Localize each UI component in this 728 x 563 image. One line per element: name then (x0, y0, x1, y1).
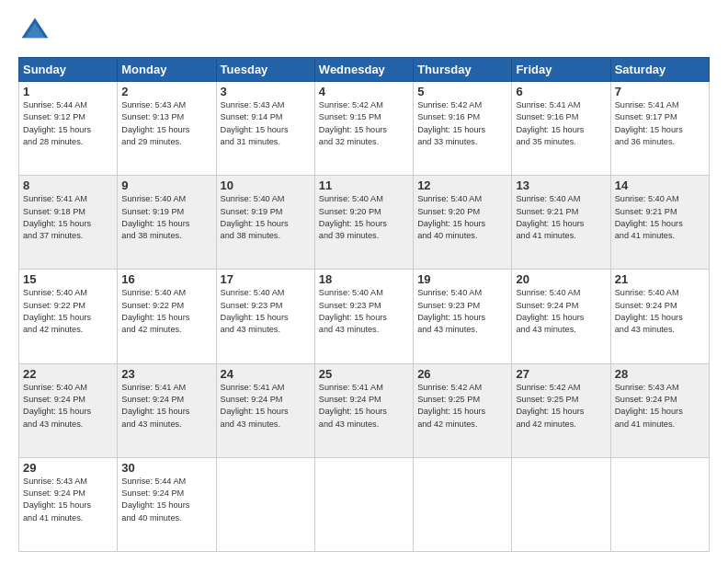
day-info: Sunrise: 5:41 AM Sunset: 9:24 PM Dayligh… (121, 382, 211, 431)
calendar-week-3: 15Sunrise: 5:40 AM Sunset: 9:22 PM Dayli… (19, 270, 710, 363)
day-number: 2 (121, 85, 211, 98)
calendar-cell: 16Sunrise: 5:40 AM Sunset: 9:22 PM Dayli… (118, 270, 216, 363)
calendar-cell: 13Sunrise: 5:40 AM Sunset: 9:21 PM Dayli… (512, 176, 610, 270)
calendar-cell (216, 457, 314, 551)
day-info: Sunrise: 5:40 AM Sunset: 9:19 PM Dayligh… (121, 193, 211, 242)
day-info: Sunrise: 5:40 AM Sunset: 9:21 PM Dayligh… (516, 193, 606, 242)
calendar-cell: 27Sunrise: 5:42 AM Sunset: 9:25 PM Dayli… (512, 363, 610, 457)
day-info: Sunrise: 5:41 AM Sunset: 9:17 PM Dayligh… (615, 99, 705, 148)
day-number: 13 (516, 178, 606, 192)
dow-header-monday: Monday (118, 58, 216, 82)
day-info: Sunrise: 5:42 AM Sunset: 9:25 PM Dayligh… (516, 382, 606, 431)
day-info: Sunrise: 5:44 AM Sunset: 9:12 PM Dayligh… (23, 99, 113, 148)
day-number: 4 (319, 85, 409, 98)
day-info: Sunrise: 5:41 AM Sunset: 9:18 PM Dayligh… (23, 193, 113, 242)
day-info: Sunrise: 5:40 AM Sunset: 9:22 PM Dayligh… (121, 287, 211, 336)
calendar-cell: 23Sunrise: 5:41 AM Sunset: 9:24 PM Dayli… (118, 363, 216, 457)
day-info: Sunrise: 5:41 AM Sunset: 9:16 PM Dayligh… (516, 99, 606, 148)
day-number: 23 (121, 367, 211, 381)
calendar-cell (610, 457, 709, 551)
day-info: Sunrise: 5:41 AM Sunset: 9:24 PM Dayligh… (319, 382, 409, 431)
day-info: Sunrise: 5:41 AM Sunset: 9:24 PM Dayligh… (221, 382, 311, 431)
day-number: 9 (121, 178, 211, 192)
calendar-cell (314, 457, 413, 551)
day-info: Sunrise: 5:40 AM Sunset: 9:20 PM Dayligh… (417, 193, 507, 242)
day-number: 22 (23, 367, 113, 381)
calendar-cell: 26Sunrise: 5:42 AM Sunset: 9:25 PM Dayli… (414, 363, 512, 457)
calendar-cell: 10Sunrise: 5:40 AM Sunset: 9:19 PM Dayli… (216, 176, 314, 270)
day-number: 5 (417, 85, 507, 98)
calendar-cell: 6Sunrise: 5:41 AM Sunset: 9:16 PM Daylig… (512, 82, 610, 176)
calendar-cell: 12Sunrise: 5:40 AM Sunset: 9:20 PM Dayli… (414, 176, 512, 270)
day-number: 7 (615, 85, 705, 98)
calendar-cell: 5Sunrise: 5:42 AM Sunset: 9:16 PM Daylig… (414, 82, 512, 176)
day-info: Sunrise: 5:42 AM Sunset: 9:15 PM Dayligh… (319, 99, 409, 148)
day-info: Sunrise: 5:43 AM Sunset: 9:13 PM Dayligh… (121, 99, 211, 148)
day-number: 17 (221, 272, 311, 286)
day-number: 12 (417, 178, 507, 192)
dow-header-wednesday: Wednesday (314, 58, 413, 82)
calendar-cell: 8Sunrise: 5:41 AM Sunset: 9:18 PM Daylig… (19, 176, 118, 270)
day-number: 28 (615, 367, 705, 381)
calendar-cell: 14Sunrise: 5:40 AM Sunset: 9:21 PM Dayli… (610, 176, 709, 270)
day-info: Sunrise: 5:40 AM Sunset: 9:24 PM Dayligh… (23, 382, 113, 431)
calendar-cell: 11Sunrise: 5:40 AM Sunset: 9:20 PM Dayli… (314, 176, 413, 270)
day-number: 19 (417, 272, 507, 286)
calendar-week-2: 8Sunrise: 5:41 AM Sunset: 9:18 PM Daylig… (19, 176, 710, 270)
day-number: 15 (23, 272, 113, 286)
day-number: 11 (319, 178, 409, 192)
day-info: Sunrise: 5:40 AM Sunset: 9:20 PM Dayligh… (319, 193, 409, 242)
calendar-table: SundayMondayTuesdayWednesdayThursdayFrid… (18, 57, 710, 552)
day-number: 10 (221, 178, 311, 192)
day-number: 26 (417, 367, 507, 381)
page: SundayMondayTuesdayWednesdayThursdayFrid… (0, 0, 728, 563)
calendar-cell: 22Sunrise: 5:40 AM Sunset: 9:24 PM Dayli… (19, 363, 118, 457)
day-info: Sunrise: 5:40 AM Sunset: 9:24 PM Dayligh… (516, 287, 606, 336)
day-number: 24 (221, 367, 311, 381)
calendar-week-4: 22Sunrise: 5:40 AM Sunset: 9:24 PM Dayli… (19, 363, 710, 457)
calendar-cell: 1Sunrise: 5:44 AM Sunset: 9:12 PM Daylig… (19, 82, 118, 176)
day-info: Sunrise: 5:40 AM Sunset: 9:23 PM Dayligh… (319, 287, 409, 336)
calendar-cell: 18Sunrise: 5:40 AM Sunset: 9:23 PM Dayli… (314, 270, 413, 363)
day-info: Sunrise: 5:43 AM Sunset: 9:24 PM Dayligh… (615, 382, 705, 431)
day-number: 30 (121, 461, 211, 475)
day-number: 1 (23, 85, 113, 98)
dow-header-friday: Friday (512, 58, 610, 82)
day-number: 16 (121, 272, 211, 286)
dow-header-tuesday: Tuesday (216, 58, 314, 82)
calendar-cell (512, 457, 610, 551)
calendar-week-1: 1Sunrise: 5:44 AM Sunset: 9:12 PM Daylig… (19, 82, 710, 176)
calendar-cell: 15Sunrise: 5:40 AM Sunset: 9:22 PM Dayli… (19, 270, 118, 363)
day-info: Sunrise: 5:44 AM Sunset: 9:24 PM Dayligh… (121, 476, 211, 524)
calendar-cell: 3Sunrise: 5:43 AM Sunset: 9:14 PM Daylig… (216, 82, 314, 176)
day-info: Sunrise: 5:40 AM Sunset: 9:22 PM Dayligh… (23, 287, 113, 336)
calendar-cell: 7Sunrise: 5:41 AM Sunset: 9:17 PM Daylig… (610, 82, 709, 176)
day-info: Sunrise: 5:40 AM Sunset: 9:21 PM Dayligh… (615, 193, 705, 242)
day-info: Sunrise: 5:43 AM Sunset: 9:14 PM Dayligh… (221, 99, 311, 148)
day-info: Sunrise: 5:43 AM Sunset: 9:24 PM Dayligh… (23, 476, 113, 524)
day-info: Sunrise: 5:40 AM Sunset: 9:23 PM Dayligh… (417, 287, 507, 336)
calendar-cell: 2Sunrise: 5:43 AM Sunset: 9:13 PM Daylig… (118, 82, 216, 176)
calendar-cell (414, 457, 512, 551)
day-info: Sunrise: 5:40 AM Sunset: 9:23 PM Dayligh… (221, 287, 311, 336)
calendar-cell: 29Sunrise: 5:43 AM Sunset: 9:24 PM Dayli… (19, 457, 118, 551)
day-info: Sunrise: 5:40 AM Sunset: 9:24 PM Dayligh… (615, 287, 705, 336)
calendar-cell: 28Sunrise: 5:43 AM Sunset: 9:24 PM Dayli… (610, 363, 709, 457)
calendar-week-5: 29Sunrise: 5:43 AM Sunset: 9:24 PM Dayli… (19, 457, 710, 551)
dow-header-sunday: Sunday (19, 58, 118, 82)
calendar-cell: 4Sunrise: 5:42 AM Sunset: 9:15 PM Daylig… (314, 82, 413, 176)
calendar-cell: 9Sunrise: 5:40 AM Sunset: 9:19 PM Daylig… (118, 176, 216, 270)
calendar-cell: 21Sunrise: 5:40 AM Sunset: 9:24 PM Dayli… (610, 270, 709, 363)
day-number: 29 (23, 461, 113, 475)
calendar-cell: 30Sunrise: 5:44 AM Sunset: 9:24 PM Dayli… (118, 457, 216, 551)
day-info: Sunrise: 5:40 AM Sunset: 9:19 PM Dayligh… (221, 193, 311, 242)
day-number: 25 (319, 367, 409, 381)
day-info: Sunrise: 5:42 AM Sunset: 9:25 PM Dayligh… (417, 382, 507, 431)
day-info: Sunrise: 5:42 AM Sunset: 9:16 PM Dayligh… (417, 99, 507, 148)
logo (18, 15, 57, 48)
day-number: 18 (319, 272, 409, 286)
header (18, 15, 710, 48)
day-number: 3 (221, 85, 311, 98)
dow-header-saturday: Saturday (610, 58, 709, 82)
day-number: 20 (516, 272, 606, 286)
